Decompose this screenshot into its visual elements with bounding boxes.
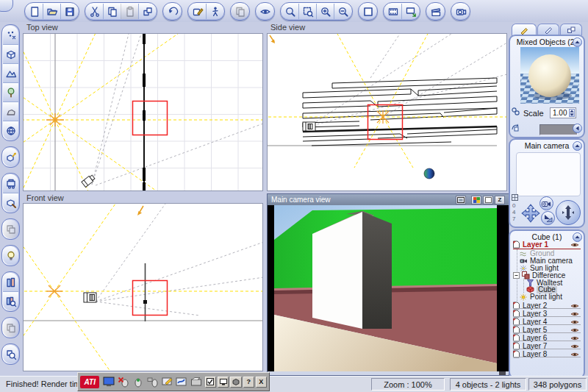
terrain-button[interactable] [3,63,18,82]
earth-gizmo[interactable] [424,168,434,179]
clone-icon [5,224,17,235]
clapperboard-icon [430,6,442,18]
tree-button[interactable] [3,82,18,101]
object-panel: Mixed Objects (2) Scale 1.00 [509,35,585,138]
import-object-button[interactable] [3,148,18,166]
disable-mouse-button[interactable] [116,375,130,389]
undo-button[interactable] [164,4,181,19]
fullscreen-button[interactable] [359,4,376,19]
camera-gizmo-top[interactable] [82,174,96,188]
tree-item-label: Ground [530,250,554,257]
camera-render-area[interactable] [268,205,509,371]
camera-window-bottom-strip [268,371,509,375]
object-preview[interactable] [520,47,579,104]
ati-help-button[interactable]: ? [243,377,254,388]
edit-scene-button[interactable] [189,4,206,19]
wave-display-button[interactable] [175,375,189,389]
camera-select-button[interactable] [539,196,553,210]
zoom-in-button[interactable] [316,4,334,19]
top-viewport[interactable] [23,33,263,191]
duplicate-cubes-icon [142,6,154,18]
collapse-minus-icon[interactable] [513,272,520,279]
zbuffer-mode-button[interactable]: Z [495,196,505,204]
camera-window-titlebar[interactable]: Main camera view Z [268,194,509,205]
row-underline [513,316,581,317]
open-button[interactable] [43,4,60,19]
scanner-button[interactable] [190,375,204,389]
camera-panel-collapse-button[interactable] [573,141,582,151]
rotate-object-icon[interactable] [511,124,520,133]
film-frame-button[interactable] [384,4,401,19]
keyboard-mouse-button[interactable] [146,375,159,389]
mouse-settings-button[interactable] [131,375,145,389]
material-search-button[interactable] [3,291,18,310]
zoom-lens-button[interactable] [282,4,298,19]
ati-package-button[interactable] [230,377,241,388]
corner-button[interactable] [0,0,13,12]
modify-object-button[interactable] [3,193,18,212]
ati-display-button[interactable] [218,377,229,388]
cut-button[interactable] [86,4,103,19]
clone-button[interactable] [3,220,18,238]
paste-button[interactable] [121,4,138,19]
ati-close-button[interactable]: X [256,377,267,388]
tree-item-point-light[interactable]: Point light [520,293,581,301]
camera-gizmo-side[interactable] [303,122,315,131]
resize-grip[interactable] [499,371,506,375]
search-object-button[interactable] [3,345,18,363]
duplicate-button[interactable] [138,4,156,19]
ati-toolbar: ATI ? X [77,372,270,391]
film-import-button[interactable] [401,4,419,19]
textured-sphere-button[interactable] [3,121,18,140]
camera-glyph-icon [542,200,551,207]
side-axis-arrow [270,35,275,43]
tab-objects[interactable] [560,24,582,35]
side-viewport[interactable] [267,33,507,191]
copy-button[interactable] [103,4,121,19]
copy-object-button[interactable] [3,318,18,337]
selection-rect-front [133,281,168,316]
annotate-display-button[interactable] [160,375,174,389]
pan-pad-control[interactable] [520,203,541,224]
display-settings-button[interactable] [101,375,115,389]
move-camera-button[interactable] [556,200,581,225]
ground-icon [520,250,528,257]
camera-gizmo-front[interactable] [84,293,96,302]
restore-view-button[interactable] [456,196,466,204]
scale-input[interactable]: 1.00 [550,107,576,118]
light-bulb-button[interactable] [3,246,18,265]
primitive-cube-button[interactable] [3,44,18,63]
restore-icon [457,197,465,203]
visibility-button[interactable] [257,4,273,19]
object-panel-collapse-button[interactable] [573,38,582,47]
zoom-out-button[interactable] [334,4,351,19]
grid-toggle-icon[interactable] [512,194,518,201]
scale-value: 1.00 [553,109,567,117]
lathe-button[interactable] [3,174,18,193]
walk-mode-button[interactable] [206,4,223,19]
swatch-menu-button[interactable] [573,124,582,133]
render-camera-button[interactable] [452,4,469,19]
ati-settings-button[interactable] [205,377,216,388]
tree-item-layer1[interactable]: Layer 1 [512,240,581,249]
wireframe-mode-button[interactable] [483,196,493,204]
flip-view-button[interactable] [541,211,555,225]
rock-button[interactable] [3,101,18,121]
eye-visibility-icon[interactable] [570,242,579,248]
copy-special-button[interactable] [232,4,248,19]
render-mode-button[interactable] [471,196,481,204]
search-object-icon [5,349,17,360]
particles-button[interactable] [3,26,18,44]
color-swatch[interactable] [539,124,578,135]
camera-preview-area[interactable] [516,152,581,196]
link-icon[interactable] [511,107,520,116]
render-clapper-button[interactable] [427,4,444,19]
new-button[interactable] [26,4,43,19]
front-viewport[interactable] [23,203,263,371]
material-library-button[interactable] [3,273,18,291]
copy-object-icon [5,322,17,334]
zoom-region-button[interactable] [298,4,316,19]
save-button[interactable] [60,4,78,19]
scale-spinner[interactable] [569,109,575,117]
tab-measure[interactable] [537,24,559,35]
